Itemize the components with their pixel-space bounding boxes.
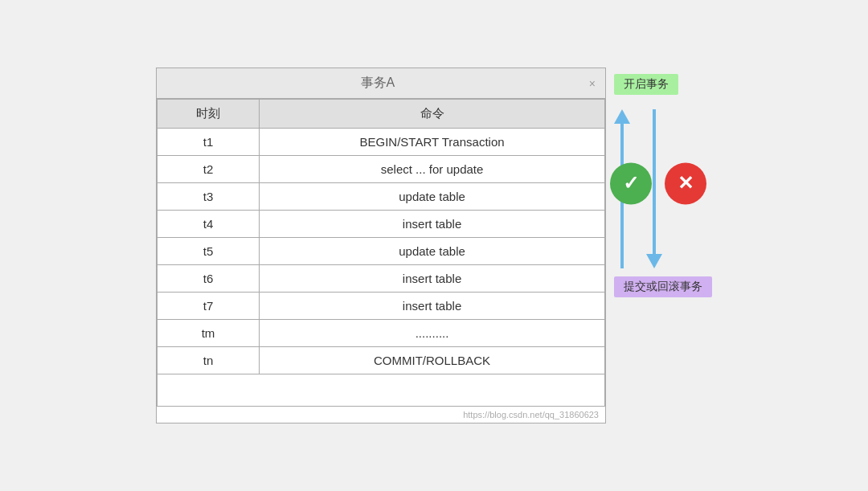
diagram-inner: 开启事务 提交或回滚事务 ✓ ✕ bbox=[614, 74, 712, 297]
table-row: tnCOMMIT/ROLLBACK bbox=[158, 347, 605, 374]
command-cell: .......... bbox=[260, 320, 605, 347]
table-row: t1BEGIN/START Transaction bbox=[158, 129, 605, 156]
table-title-bar: 事务A × bbox=[157, 68, 605, 99]
col1-header: 时刻 bbox=[158, 100, 260, 129]
time-cell: t7 bbox=[158, 293, 260, 320]
command-cell: BEGIN/START Transaction bbox=[260, 129, 605, 156]
time-cell: tm bbox=[158, 320, 260, 347]
command-cell: select ... for update bbox=[260, 156, 605, 183]
table-row: t7insert table bbox=[158, 293, 605, 320]
table-row: t2select ... for update bbox=[158, 156, 605, 183]
label-bottom: 提交或回滚事务 bbox=[614, 276, 712, 297]
command-cell: update table bbox=[260, 183, 605, 211]
check-icon: ✓ bbox=[610, 162, 652, 204]
table-row: t6insert table bbox=[158, 265, 605, 293]
table-row: tm.......... bbox=[158, 320, 605, 347]
cross-icon: ✕ bbox=[665, 162, 706, 204]
col2-header: 命令 bbox=[260, 100, 605, 129]
right-diagram: 开启事务 提交或回滚事务 ✓ ✕ bbox=[614, 68, 712, 297]
command-cell: insert table bbox=[260, 293, 605, 320]
table-row: t5update table bbox=[158, 238, 605, 265]
command-cell: insert table bbox=[260, 265, 605, 293]
time-cell: tn bbox=[158, 347, 260, 374]
command-cell: update table bbox=[260, 238, 605, 265]
table-row: t3update table bbox=[158, 183, 605, 211]
footer-spacer bbox=[157, 374, 605, 407]
arrow-up-head bbox=[614, 109, 630, 124]
transaction-table: 时刻 命令 t1BEGIN/START Transactiont2select … bbox=[157, 99, 605, 374]
table-wrapper: 事务A × 时刻 命令 t1BEGIN/START Transactiont2s… bbox=[156, 68, 606, 423]
label-top: 开启事务 bbox=[614, 74, 678, 95]
watermark: https://blog.csdn.net/qq_31860623 bbox=[157, 407, 605, 423]
command-cell: insert table bbox=[260, 211, 605, 238]
time-cell: t5 bbox=[158, 238, 260, 265]
time-cell: t4 bbox=[158, 211, 260, 238]
command-cell: COMMIT/ROLLBACK bbox=[260, 347, 605, 374]
time-cell: t1 bbox=[158, 129, 260, 156]
main-container: 事务A × 时刻 命令 t1BEGIN/START Transactiont2s… bbox=[140, 51, 728, 440]
time-cell: t3 bbox=[158, 183, 260, 211]
window-title: 事务A bbox=[166, 75, 589, 92]
time-cell: t6 bbox=[158, 265, 260, 293]
table-row: t4insert table bbox=[158, 211, 605, 238]
close-button[interactable]: × bbox=[589, 77, 596, 90]
time-cell: t2 bbox=[158, 156, 260, 183]
arrow-down-head bbox=[646, 254, 662, 268]
